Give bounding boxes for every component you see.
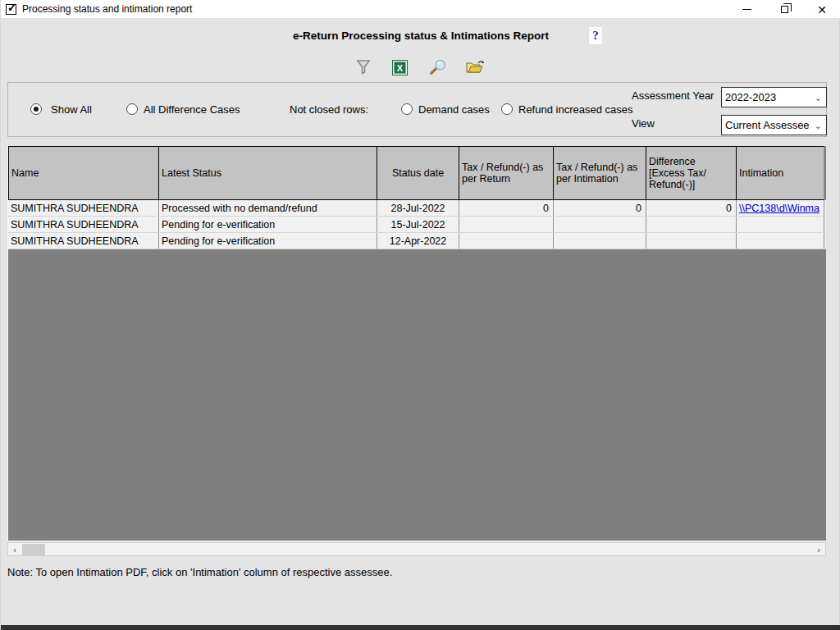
table-row[interactable]: SUMITHRA SUDHEENDRA Pending for e-verifi… <box>8 233 826 249</box>
column-header-tax-intimation[interactable]: Tax / Refund(-) as per Intimation <box>554 146 646 200</box>
restore-icon <box>781 6 788 13</box>
scrollbar-thumb[interactable] <box>22 544 45 556</box>
cell-tax-intimation <box>554 233 646 249</box>
cell-difference <box>646 217 737 232</box>
refund-increased-cases-radio[interactable] <box>501 103 513 115</box>
all-difference-cases-label: All Difference Cases <box>144 103 240 116</box>
restore-button[interactable] <box>765 0 803 19</box>
assessment-year-select[interactable]: 2022-2023 ⌄ <box>721 87 827 107</box>
excel-icon: X <box>392 60 408 75</box>
column-header-intimation[interactable]: Intimation <box>737 146 824 200</box>
cell-name: SUMITHRA SUDHEENDRA <box>8 217 159 232</box>
titlebar: ✓ Processing status and intimation repor… <box>1 0 840 19</box>
chevron-down-icon: ⌄ <box>815 121 822 131</box>
refund-increased-cases-label: Refund increased cases <box>518 103 632 116</box>
cell-tax-return: 0 <box>459 200 554 216</box>
grid-header-row: Name Latest Status Status date Tax / Ref… <box>8 146 826 200</box>
cell-difference <box>646 233 737 249</box>
cell-difference: 0 <box>646 200 737 216</box>
toolbar: X <box>354 56 485 79</box>
bottom-edge-strip <box>1 625 840 630</box>
column-header-latest-status[interactable]: Latest Status <box>159 146 377 200</box>
cell-tax-return <box>459 217 554 232</box>
show-all-radio[interactable] <box>30 103 42 115</box>
cell-status-date: 15-Jul-2022 <box>377 217 459 232</box>
cell-intimation <box>737 217 824 232</box>
cell-latest-status: Processed with no demand/refund <box>159 200 377 216</box>
filter-icon <box>356 59 371 75</box>
cell-name: SUMITHRA SUDHEENDRA <box>8 200 159 216</box>
table-row[interactable]: SUMITHRA SUDHEENDRA Pending for e-verifi… <box>8 217 826 233</box>
minimize-button[interactable] <box>728 0 765 19</box>
assessment-year-label: Assessment Year <box>632 89 714 102</box>
intimation-link[interactable]: \\PC138\d\Winma <box>737 200 824 216</box>
chevron-down-icon: ⌄ <box>815 93 822 103</box>
search-button[interactable] <box>428 57 448 77</box>
view-label: View <box>632 117 655 130</box>
close-button[interactable]: ✕ <box>803 0 840 19</box>
column-header-tax-return[interactable]: Tax / Refund(-) as per Return <box>459 146 554 200</box>
all-difference-cases-radio[interactable] <box>126 103 138 115</box>
view-select[interactable]: Current Assessee ⌄ <box>721 115 827 135</box>
app-window: ✓ Processing status and intimation repor… <box>0 0 840 630</box>
svg-text:X: X <box>397 62 404 72</box>
scroll-right-arrow-icon[interactable]: › <box>812 543 825 555</box>
footer-note: Note: To open Intimation PDF, click on '… <box>7 566 392 578</box>
cell-tax-return <box>459 233 554 249</box>
close-icon: ✕ <box>817 4 827 16</box>
cell-status-date: 12-Apr-2022 <box>377 233 459 249</box>
show-all-label: Show All <box>51 103 92 116</box>
scroll-left-arrow-icon[interactable]: ‹ <box>8 543 21 555</box>
demand-cases-radio[interactable] <box>401 103 413 115</box>
table-row[interactable]: SUMITHRA SUDHEENDRA Processed with no de… <box>8 200 826 217</box>
report-grid: Name Latest Status Status date Tax / Ref… <box>7 146 826 541</box>
cell-latest-status: Pending for e-verification <box>159 233 377 249</box>
open-folder-icon <box>466 60 485 75</box>
page-title: e-Return Processing status & Intimations… <box>1 30 840 42</box>
column-header-status-date[interactable]: Status date <box>377 146 459 200</box>
view-value: Current Assessee <box>725 119 810 131</box>
cell-name: SUMITHRA SUDHEENDRA <box>8 233 159 249</box>
cell-tax-intimation: 0 <box>554 200 646 216</box>
app-checkbox-icon: ✓ <box>6 4 16 15</box>
cell-tax-intimation <box>554 217 646 232</box>
demand-cases-label: Demand cases <box>418 103 490 116</box>
open-report-button[interactable] <box>466 57 485 77</box>
window-title: Processing status and intimation report <box>22 3 192 15</box>
help-button[interactable]: ? <box>588 26 603 45</box>
assessment-year-value: 2022-2023 <box>725 91 776 103</box>
column-header-name[interactable]: Name <box>8 146 159 200</box>
search-icon <box>428 58 448 77</box>
not-closed-rows-label: Not closed rows: <box>290 103 368 116</box>
minimize-icon <box>742 9 751 10</box>
cell-intimation <box>737 233 824 249</box>
cell-status-date: 28-Jul-2022 <box>377 200 459 216</box>
horizontal-scrollbar[interactable]: ‹ › <box>7 542 826 556</box>
filter-button[interactable] <box>354 57 372 77</box>
cell-latest-status: Pending for e-verification <box>159 217 377 232</box>
export-excel-button[interactable]: X <box>390 57 409 77</box>
filter-panel: Show All All Difference Cases Not closed… <box>7 82 827 137</box>
column-header-difference[interactable]: Difference [Excess Tax/ Refund(-)] <box>646 146 737 200</box>
